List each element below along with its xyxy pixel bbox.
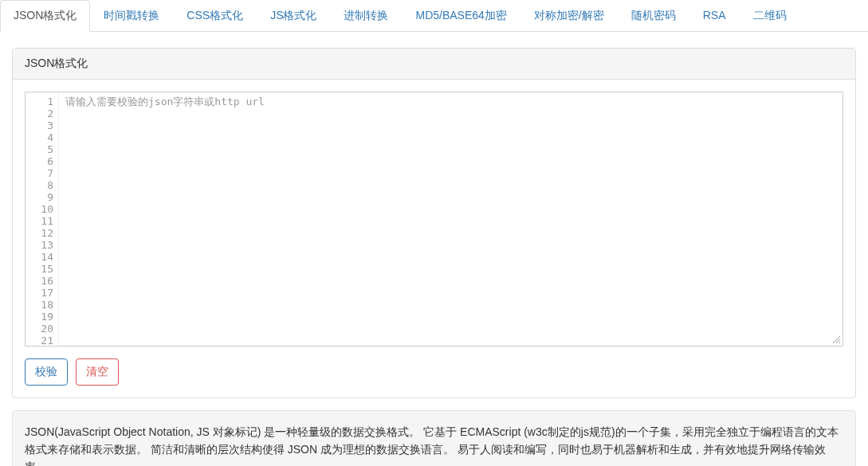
line-number: 8 [33,179,53,191]
tab-timestamp[interactable]: 时间戳转换 [90,0,173,32]
line-number: 5 [33,143,53,155]
panel-title: JSON格式化 [13,49,855,80]
line-number: 3 [33,119,53,131]
line-gutter: 123456789101112131415161718192021 [26,92,59,346]
line-number: 1 [33,96,53,108]
line-number: 13 [33,239,53,251]
tab-rsa[interactable]: RSA [689,0,740,32]
svg-line-0 [833,336,840,343]
clear-button[interactable]: 清空 [76,358,119,386]
line-number: 15 [33,263,53,275]
line-number: 17 [33,287,53,299]
line-number: 10 [33,203,53,215]
json-panel: JSON格式化 12345678910111213141516171819202… [12,48,856,398]
svg-line-2 [839,343,840,343]
tab-qrcode[interactable]: 二维码 [740,0,800,32]
tab-md5-base64[interactable]: MD5/BASE64加密 [402,0,520,32]
tool-tabs: JSON格式化 时间戳转换 CSS格式化 JS格式化 进制转换 MD5/BASE… [0,0,868,32]
button-row: 校验 清空 [25,358,843,386]
line-number: 9 [33,191,53,203]
panel-body: 123456789101112131415161718192021 校验 清空 [13,80,855,397]
line-number: 11 [33,215,53,227]
resize-handle-icon[interactable] [831,335,841,344]
json-input[interactable] [59,92,842,346]
line-number: 21 [33,335,53,347]
tab-random-password[interactable]: 随机密码 [618,0,689,32]
line-number: 2 [33,108,53,119]
line-number: 19 [33,311,53,323]
editor-area [59,92,842,346]
tab-json-format[interactable]: JSON格式化 [0,0,90,32]
editor-wrapper: 123456789101112131415161718192021 [25,92,843,347]
line-number: 12 [33,227,53,239]
line-number: 4 [33,131,53,143]
tab-css-format[interactable]: CSS格式化 [173,0,257,32]
line-number: 14 [33,251,53,263]
line-number: 7 [33,167,53,179]
tab-radix[interactable]: 进制转换 [330,0,402,32]
line-number: 18 [33,299,53,311]
validate-button[interactable]: 校验 [25,358,68,386]
line-number: 20 [33,323,53,335]
line-number: 16 [33,275,53,287]
tab-symmetric-crypto[interactable]: 对称加密/解密 [520,0,618,32]
line-number: 6 [33,155,53,167]
description-text: JSON(JavaScript Object Notation, JS 对象标记… [12,410,856,466]
tab-js-format[interactable]: JS格式化 [257,0,330,32]
